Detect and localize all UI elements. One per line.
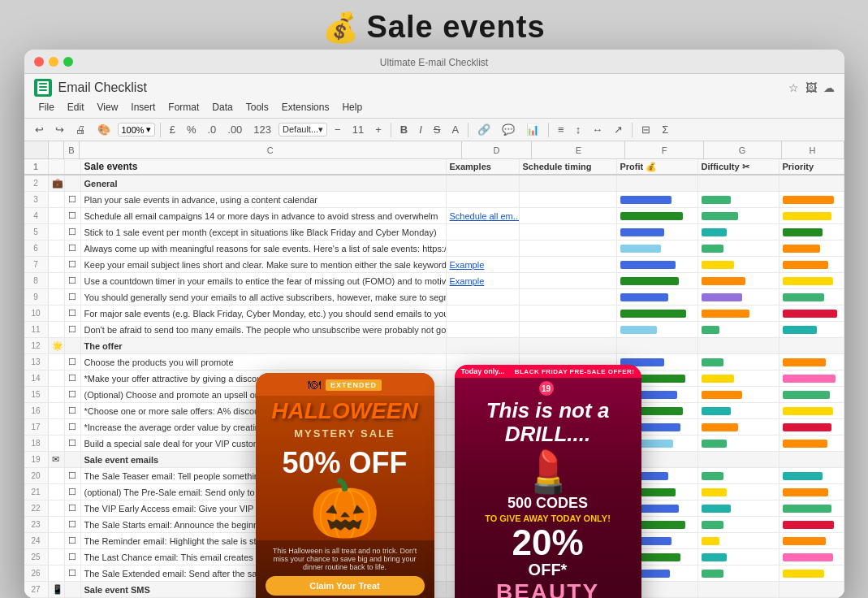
bf-beauty: BEAUTY [455,579,641,598]
page-title: 💰 Sale events [322,10,545,45]
table-row: 9 ☐ You should generally send your email… [24,289,844,306]
col-difficulty-header: Difficulty ✂ [698,159,779,174]
separator-5 [632,123,633,137]
blackfriday-popup[interactable]: Today only... BLACK FRIDAY PRE-SALE OFFE… [455,365,641,598]
menu-help[interactable]: Help [337,100,367,115]
filter-button[interactable]: ⊟ [637,122,654,137]
text-rotation-button[interactable]: ↗ [610,122,627,137]
menu-format[interactable]: Format [163,100,204,115]
col-c-header: C [80,141,462,158]
link-button[interactable]: 🔗 [473,122,494,137]
page-wrapper: 💰 Sale events Ultimate E-mail Checklist [0,0,868,598]
bold-button[interactable]: B [396,122,412,137]
row-1-num: 1 [24,159,49,174]
window-titlebar: Ultimate E-mail Checklist [24,50,844,74]
comment-button[interactable]: 💬 [498,122,519,137]
app-title-icons: ☆ 🖼 ☁ [788,81,835,94]
star-icon[interactable]: ☆ [788,81,799,94]
sheet-header-row: 1 Sale events Examples Schedule timing P… [24,159,844,176]
menu-edit[interactable]: Edit [63,100,89,115]
chart-button[interactable]: 📊 [522,122,543,137]
halloween-discount: 50% OFF [256,440,434,480]
halloween-cta-button[interactable]: Claim Your Treat [266,576,425,596]
wrap-button[interactable]: ↔ [588,122,607,137]
bf-product-emoji: 💄 [455,448,641,496]
bf-top-left: Today only... [461,367,505,375]
col-priority-header: Priority [779,159,844,174]
bf-discount: 20% [455,525,641,561]
app-header: Email Checklist ☆ 🖼 ☁ File Edit View Ins… [24,74,844,119]
table-row: 17 ☐ *Increase the average order value b… [24,419,844,436]
menu-view[interactable]: View [93,100,123,115]
halloween-footer-text: This Halloween is all treat and no trick… [266,547,425,571]
format-123-button[interactable]: 123 [249,122,275,137]
font-size-dec-button[interactable]: − [330,122,345,137]
align-button[interactable]: ≡ [554,122,568,137]
table-row: 12 🌟 The offer [24,338,844,354]
decimal-inc-button[interactable]: .00 [223,122,246,137]
separator-1 [160,123,161,137]
menu-extensions[interactable]: Extensions [277,100,335,115]
table-row: 22 ☐ The VIP Early Access email: Give yo… [24,500,844,517]
row-1-col-a [49,159,65,174]
share-icon[interactable]: ☁ [823,81,835,94]
col-h-header: H [782,141,844,158]
valign-button[interactable]: ↕ [572,122,585,137]
table-row: 2 💼 General [24,176,844,192]
maximize-window-button[interactable] [63,57,73,67]
close-window-button[interactable] [34,57,44,67]
menu-file[interactable]: File [34,100,59,115]
bf-off: OFF* [455,561,641,579]
table-row: 8 ☐ Use a countdown timer in your emails… [24,273,844,289]
text-color-button[interactable]: A [447,122,463,137]
table-row: 16 ☐ *Choose one or more sale offers: A%… [24,403,844,419]
font-size-input[interactable]: 11 [348,122,368,137]
menu-data[interactable]: Data [207,100,237,115]
col-schedule-header: Schedule timing [520,159,617,174]
window-title: Ultimate E-mail Checklist [380,57,488,68]
redo-button[interactable]: ↪ [51,122,68,137]
halloween-popup[interactable]: 🍽 EXTENDED HALLOWEEN MYSTERY SALE 50% OF… [256,373,434,598]
decimal-dec-button[interactable]: .0 [203,122,220,137]
menu-insert[interactable]: Insert [126,100,160,115]
table-row: 4 ☐ Schedule all email campaigns 14 or m… [24,208,844,224]
row-1-col-b [65,159,81,174]
halloween-footer: This Halloween is all treat and no trick… [256,540,434,598]
table-row: 24 ☐ The Reminder email: Highlight the s… [24,533,844,549]
row-2-icon: 💼 [49,176,65,191]
halloween-top-bar: 🍽 EXTENDED [256,373,434,396]
app-title-row: Email Checklist ☆ 🖼 ☁ [34,79,835,97]
separator-2 [391,123,391,137]
spreadsheet: B C D E F G H 1 Sale events Examples Sch… [24,141,844,598]
table-row: 20 ☐ The Sale Teaser email: Tell people … [24,468,844,484]
money-bag-icon: 💰 [322,11,360,45]
row-num-header [24,141,49,158]
table-row: 3 ☐ Plan your sale events in advance, us… [24,192,844,208]
table-row: 13 ☐ Choose the products you will promot… [24,354,844,370]
table-row: 23 ☐ The Sale Starts email: Announce the… [24,517,844,533]
formula-button[interactable]: Σ [658,122,672,137]
italic-button[interactable]: I [415,122,426,137]
paint-format-button[interactable]: 🎨 [93,122,114,137]
font-selector[interactable]: Default...▾ [279,123,327,136]
strikethrough-button[interactable]: S [430,122,445,137]
font-size-inc-button[interactable]: + [371,122,386,137]
toolbar: ↩ ↪ 🖨 🎨 100% ▾ £ % .0 .00 123 Default...… [24,119,844,141]
col-e-header: E [532,141,625,158]
print-button[interactable]: 🖨 [71,122,90,137]
bf-headline: This is not a DRILL.... [455,396,641,448]
bf-top-right: BLACK FRIDAY PRE-SALE OFFER! [515,368,635,375]
percent-button[interactable]: % [183,122,201,137]
image-icon[interactable]: 🖼 [805,81,817,94]
row-27-icon: 📱 [49,582,65,597]
app-name: Email Checklist [58,80,147,95]
table-row: 7 ☐ Keep your email subject lines short … [24,257,844,273]
menu-tools[interactable]: Tools [241,100,274,115]
column-headers: B C D E F G H [24,141,844,159]
zoom-selector[interactable]: 100% ▾ [118,123,155,136]
currency-button[interactable]: £ [166,122,179,137]
col-saleevents-header: Sale events [81,159,447,174]
mac-window: Ultimate E-mail Checklist Email Checklis… [24,50,844,598]
minimize-window-button[interactable] [49,57,58,67]
undo-button[interactable]: ↩ [31,122,48,137]
